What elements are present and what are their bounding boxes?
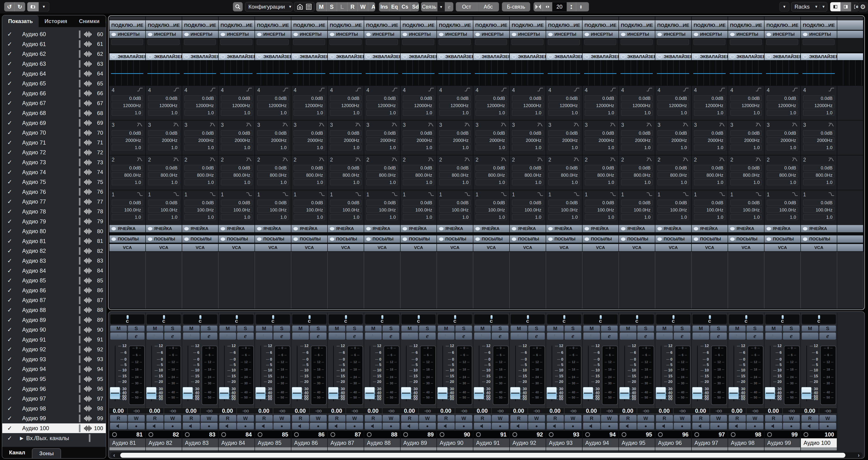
mute-button[interactable]: M bbox=[147, 325, 163, 332]
write-automation-button[interactable]: W bbox=[237, 415, 254, 422]
eq-freq-field[interactable]: 100.0Hz bbox=[439, 207, 471, 213]
channel-select-ring-icon[interactable] bbox=[149, 432, 153, 437]
inserts-rack-header[interactable]: ИНСЕРТЫ bbox=[510, 31, 546, 38]
eq-gain-field[interactable]: 0.0dB bbox=[293, 95, 325, 101]
eq-freq-field[interactable]: 2000Hz bbox=[112, 137, 143, 143]
sends-rack-header[interactable]: ПОСЫЛЫ bbox=[182, 235, 219, 243]
read-automation-button[interactable]: R bbox=[547, 415, 564, 422]
inserts-rack-header[interactable]: ИНСЕРТЫ bbox=[546, 31, 583, 38]
eq-curve-display[interactable] bbox=[364, 60, 401, 86]
eq-band-type-icon[interactable] bbox=[683, 192, 689, 197]
routing-rack-header[interactable] bbox=[837, 20, 864, 30]
channel-name[interactable]: Аудио 91 bbox=[473, 438, 509, 447]
channel-name[interactable]: Аудио 84 bbox=[219, 438, 254, 447]
read-automation-button[interactable]: R bbox=[219, 415, 237, 422]
strip-rack-header[interactable]: ЯЧЕЙКА bbox=[364, 225, 401, 232]
channel-name[interactable]: Аудио 88 bbox=[364, 438, 400, 447]
eq-gain-field[interactable]: 0.0dB bbox=[767, 165, 798, 171]
fader-handle[interactable] bbox=[183, 387, 193, 399]
eq-band-type-icon[interactable] bbox=[610, 87, 616, 93]
channel-number-bar[interactable]: 83 bbox=[182, 431, 218, 438]
channel-color-bar[interactable] bbox=[328, 447, 364, 450]
meter-peak-value[interactable]: -oo bbox=[346, 408, 364, 414]
strip-rack-header[interactable] bbox=[837, 225, 864, 232]
check-icon[interactable]: ✓ bbox=[2, 346, 17, 353]
eq-gain-field[interactable]: 0.0dB bbox=[439, 95, 471, 101]
eq-gain-field[interactable]: 0.0dB bbox=[657, 130, 689, 136]
width-stepper[interactable]: ▲▼ bbox=[576, 2, 586, 11]
eq-q-field[interactable]: 1.0 bbox=[184, 179, 216, 185]
channel-name[interactable]: Аудио 95 bbox=[619, 438, 655, 447]
eq-q-field[interactable]: 1.0 bbox=[621, 179, 653, 185]
eq-freq-field[interactable]: 100.0Hz bbox=[803, 207, 835, 213]
eq-band-type-icon[interactable] bbox=[828, 192, 835, 197]
check-icon[interactable]: ✓ bbox=[2, 375, 17, 383]
check-icon[interactable]: ✓ bbox=[2, 159, 17, 166]
eq-rack-header[interactable]: ЭКВАЛАЙЗЕР bbox=[546, 53, 583, 60]
eq-q-field[interactable]: 1.0 bbox=[257, 214, 289, 220]
eq-gain-field[interactable]: 0.0dB bbox=[257, 165, 289, 171]
strip-rack-header[interactable]: ЯЧЕЙКА bbox=[583, 225, 619, 232]
vca-rack-header[interactable]: VCA bbox=[510, 244, 546, 251]
eq-band-type-icon[interactable] bbox=[537, 122, 544, 128]
inserts-led-icon[interactable] bbox=[221, 33, 225, 36]
check-icon[interactable]: ✓ bbox=[2, 80, 17, 87]
list-item-channel[interactable]: ✓ Аудио 70 70 bbox=[2, 128, 106, 138]
sends-led-icon[interactable] bbox=[585, 237, 589, 241]
list-item-channel[interactable]: ✓ Аудио 81 81 bbox=[2, 236, 106, 246]
solo-button[interactable]: S bbox=[819, 325, 836, 332]
eq-gain-field[interactable]: 0.0dB bbox=[621, 165, 653, 171]
eq-q-field[interactable]: 1.0 bbox=[403, 110, 434, 116]
eq-freq-field[interactable]: 800.0Hz bbox=[293, 172, 325, 178]
eq-gain-field[interactable]: 0.0dB bbox=[512, 130, 544, 136]
listen-button[interactable]: L bbox=[692, 332, 709, 340]
list-item-channel[interactable]: ✓ Аудио 66 66 bbox=[2, 89, 106, 99]
insert-slot[interactable] bbox=[148, 39, 180, 45]
eq-curve-display[interactable] bbox=[182, 60, 219, 86]
eq-freq-field[interactable]: 2000Hz bbox=[767, 137, 798, 143]
fader-value[interactable]: 0.00 bbox=[255, 408, 273, 414]
read-automation-button[interactable]: R bbox=[255, 415, 273, 422]
eq-band-type-icon[interactable] bbox=[501, 192, 507, 197]
vca-rack-header[interactable]: VCA bbox=[219, 244, 255, 251]
write-automation-button[interactable]: W bbox=[783, 415, 800, 422]
list-item-channel[interactable]: ✓ Аудио 88 88 bbox=[2, 305, 106, 315]
eq-gain-field[interactable]: 0.0dB bbox=[184, 200, 216, 206]
inserts-rack-header[interactable]: ИНСЕРТЫ bbox=[437, 31, 473, 38]
mute-button[interactable]: M bbox=[474, 325, 491, 332]
eq-toggle-button[interactable]: Eq bbox=[390, 2, 400, 11]
channel-number-bar[interactable]: 81 bbox=[110, 431, 145, 438]
inserts-rack-header[interactable] bbox=[837, 31, 864, 38]
listen-button[interactable]: L bbox=[256, 332, 273, 340]
check-icon[interactable]: ✓ bbox=[2, 405, 17, 412]
check-icon[interactable]: ✓ bbox=[2, 277, 17, 284]
eq-q-field[interactable]: 1.0 bbox=[730, 110, 762, 116]
eq-q-field[interactable]: 1.0 bbox=[621, 214, 653, 220]
inserts-rack-header[interactable]: ИНСЕРТЫ bbox=[801, 31, 837, 38]
vca-rack-header[interactable]: VCA bbox=[546, 244, 583, 251]
channel-color-bar[interactable] bbox=[219, 447, 254, 450]
tab-channel[interactable]: Канал bbox=[2, 447, 32, 458]
mute-all-button[interactable]: M bbox=[316, 2, 327, 11]
eq-curve-display[interactable] bbox=[510, 60, 546, 86]
check-icon[interactable]: ✓ bbox=[2, 336, 17, 343]
strip-led-icon[interactable] bbox=[548, 227, 553, 230]
edit-channel-button[interactable]: e bbox=[674, 332, 690, 340]
strip-led-icon[interactable] bbox=[767, 227, 771, 230]
fader-value[interactable]: 0.00 bbox=[291, 408, 310, 414]
read-automation-button[interactable]: R bbox=[510, 415, 528, 422]
eq-curve-display[interactable] bbox=[146, 60, 182, 86]
fit-channels-button[interactable]: ▼▲ bbox=[567, 2, 576, 11]
eq-gain-field[interactable]: 0.0dB bbox=[475, 165, 507, 171]
fader-value[interactable]: 0.00 bbox=[110, 408, 128, 414]
eq-gain-field[interactable]: 0.0dB bbox=[730, 95, 762, 101]
eq-freq-field[interactable]: 2000Hz bbox=[512, 137, 544, 143]
edit-channel-button[interactable]: e bbox=[746, 332, 763, 340]
fader-value[interactable]: 0.00 bbox=[801, 408, 819, 414]
eq-band-type-icon[interactable] bbox=[792, 192, 798, 197]
meter-peak-value[interactable]: -oo bbox=[710, 408, 728, 414]
eq-band-type-icon[interactable] bbox=[501, 157, 507, 163]
eq-q-field[interactable]: 1.0 bbox=[257, 110, 289, 116]
eq-q-field[interactable]: 1.0 bbox=[403, 179, 434, 185]
eq-band-type-icon[interactable] bbox=[319, 122, 325, 128]
